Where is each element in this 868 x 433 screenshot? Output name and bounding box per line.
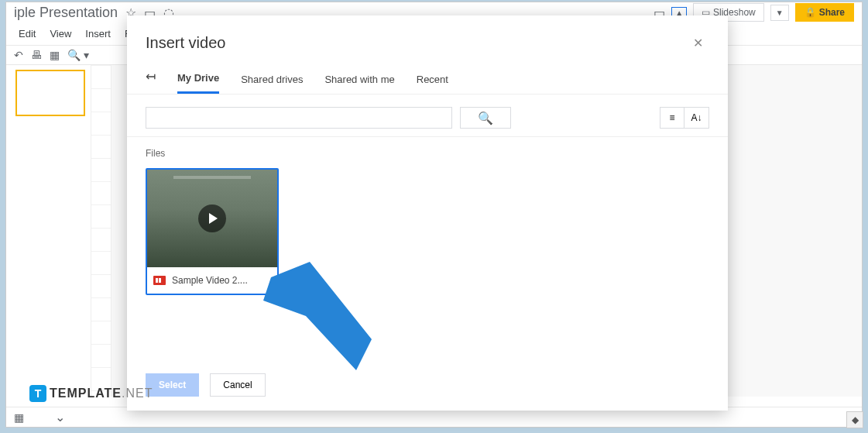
watermark: T TEMPLATE .NET (29, 385, 153, 402)
file-label: Sample Video 2.... (147, 267, 277, 294)
share-label: Share (819, 7, 845, 18)
insert-video-modal: Insert video ✕ ↤ My Drive Shared drives … (127, 15, 728, 411)
watermark-bold: TEMPLATE (50, 387, 122, 400)
cancel-button[interactable]: Cancel (210, 373, 265, 397)
modal-header: Insert video ✕ (127, 15, 728, 60)
print-icon[interactable]: 🖶 (31, 49, 42, 61)
watermark-badge: T (29, 385, 46, 402)
doc-title: iple Presentation (14, 5, 118, 21)
modal-title: Insert video (146, 34, 225, 52)
video-icon (153, 276, 166, 285)
chevron-down-icon[interactable]: ⌄ (55, 410, 65, 424)
explore-corner-icon[interactable]: ◆ (846, 411, 863, 428)
tab-shared-with-me[interactable]: Shared with me (324, 67, 394, 93)
zoom-icon[interactable]: 🔍 ▾ (67, 49, 89, 61)
file-thumbnail (147, 170, 277, 267)
tab-shared-drives[interactable]: Shared drives (241, 67, 303, 93)
menu-view[interactable]: View (43, 25, 77, 43)
file-name: Sample Video 2.... (172, 275, 248, 286)
modal-search-row: 🔍 ≡ A↓ (127, 95, 728, 137)
paint-icon[interactable]: ▦ (50, 49, 60, 61)
menu-edit[interactable]: Edit (12, 25, 42, 43)
slideshow-dropdown-icon[interactable]: ▼ (770, 5, 789, 21)
play-icon (198, 204, 226, 232)
tab-my-drive[interactable]: My Drive (177, 66, 219, 94)
grid-icon[interactable]: ▦ (14, 411, 24, 424)
file-card-sample-video[interactable]: Sample Video 2.... (146, 168, 279, 295)
watermark-light: .NET (122, 387, 153, 400)
slide-panel (6, 65, 91, 397)
menu-insert[interactable]: Insert (79, 25, 117, 43)
lock-icon: 🔒 (805, 7, 816, 18)
undo-icon[interactable]: ↶ (14, 49, 23, 61)
list-view-icon[interactable]: ≡ (660, 107, 684, 129)
search-input[interactable] (146, 107, 452, 129)
sort-view-icon[interactable]: A↓ (684, 107, 709, 129)
modal-body: Files Sample Video 2.... (127, 137, 728, 366)
slide-thumbnail-1[interactable] (15, 70, 85, 116)
search-icon: 🔍 (478, 111, 493, 125)
select-button[interactable]: Select (146, 373, 199, 397)
close-icon[interactable]: ✕ (687, 33, 709, 53)
back-icon[interactable]: ↤ (146, 69, 156, 91)
files-section-title: Files (146, 148, 709, 159)
modal-footer: Select Cancel (127, 366, 728, 411)
tab-recent[interactable]: Recent (417, 67, 448, 93)
share-button[interactable]: 🔒 Share (795, 3, 854, 22)
modal-tabs: ↤ My Drive Shared drives Shared with me … (127, 60, 728, 95)
search-button[interactable]: 🔍 (460, 107, 511, 129)
view-toggle: ≡ A↓ (660, 107, 709, 129)
vertical-ruler (91, 65, 112, 397)
